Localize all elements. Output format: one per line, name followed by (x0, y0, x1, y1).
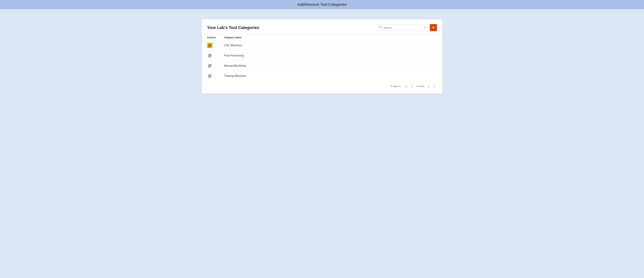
header-actions: ✕ (377, 24, 437, 31)
col-actions (207, 73, 224, 79)
edit-category-button[interactable] (207, 53, 212, 58)
search-container[interactable]: ✕ (377, 24, 428, 31)
search-icon (379, 26, 382, 30)
main-card: Your Lab's Tool Categories ✕ (202, 19, 442, 94)
search-clear-button[interactable]: ✕ (424, 26, 426, 29)
card-header: Your Lab's Tool Categories ✕ (202, 19, 442, 34)
add-category-button[interactable] (430, 24, 437, 31)
search-input[interactable] (384, 26, 424, 29)
pagination-last-button[interactable]: ❯| (432, 84, 437, 89)
table-header-row: Actions Category Name (202, 34, 442, 40)
table-row: Post Processing (202, 50, 442, 61)
category-name: CNC Machines (224, 44, 437, 47)
svg-line-1 (381, 28, 382, 28)
col-actions (207, 43, 224, 48)
edit-category-button[interactable] (207, 43, 212, 48)
pagination-next-button[interactable]: ❯ (426, 84, 431, 89)
pagination-info: 1-4 of 4 (416, 85, 424, 88)
col-actions (207, 53, 224, 58)
col-name-header: Category Name (224, 36, 437, 39)
pagination-prev-button[interactable]: ❮ (410, 84, 414, 89)
page-content: Your Lab's Tool Categories ✕ (0, 9, 644, 278)
table-row: Manual Machining (202, 61, 442, 71)
edit-category-button[interactable] (207, 63, 212, 68)
card-title: Your Lab's Tool Categories (207, 25, 259, 30)
top-bar: Add/Remove Tool Categories (0, 0, 644, 9)
table-body: CNC Machines Post Processing Manual Mach… (202, 40, 442, 81)
rows-dropdown-icon: ▼ (399, 85, 401, 88)
table-row: CNC Machines (202, 40, 442, 50)
pagination-first-button[interactable]: |❮ (404, 84, 409, 89)
pagination-controls: |❮ ❮ 1-4 of 4 ❯ ❯| (404, 84, 437, 89)
col-actions-header: Actions (207, 36, 224, 39)
table-footer: 5 rows ▼ |❮ ❮ 1-4 of 4 ❯ ❯| (202, 81, 442, 90)
rows-per-page-label: 5 rows (391, 85, 398, 88)
category-name: Manual Machining (224, 64, 437, 67)
col-actions (207, 63, 224, 68)
category-name: Post Processing (224, 54, 437, 57)
category-name: Training Machines (224, 74, 437, 78)
edit-category-button[interactable] (207, 73, 212, 79)
page-title: Add/Remove Tool Categories (298, 2, 347, 6)
rows-per-page-selector[interactable]: 5 rows ▼ (391, 85, 401, 88)
table-row: Training Machines (202, 71, 442, 81)
table: Actions Category Name CNC Machines Post … (202, 34, 442, 81)
